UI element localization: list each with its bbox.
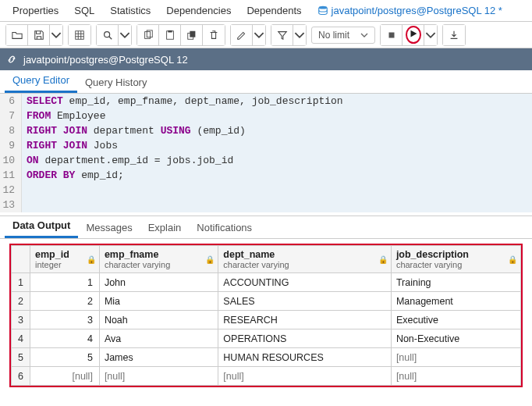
grid-icon [74, 30, 85, 41]
line-number: 10 [0, 153, 22, 168]
chevron-down-icon [294, 30, 305, 41]
save-button[interactable] [28, 25, 50, 45]
cell[interactable]: 3 [30, 311, 100, 329]
toolbar: No limit [0, 22, 532, 48]
tab-data-output[interactable]: Data Output [5, 215, 78, 238]
cell[interactable]: SALES [218, 292, 392, 311]
column-header[interactable]: emp_idinteger🔒 [30, 246, 100, 273]
row-number-header [12, 246, 30, 273]
search-button[interactable] [97, 25, 119, 45]
cell[interactable]: [null] [391, 367, 520, 386]
code-line[interactable]: FROM Employee [22, 109, 105, 123]
cell[interactable]: Management [391, 292, 520, 311]
column-header[interactable]: emp_fnamecharacter varying🔒 [99, 246, 218, 273]
row-number: 4 [12, 329, 30, 348]
chevron-down-icon [425, 30, 436, 41]
tab-dependencies[interactable]: Dependencies [158, 1, 239, 20]
row-number: 3 [12, 311, 30, 329]
search-dropdown[interactable] [119, 25, 131, 45]
result-grid-highlight: emp_idinteger🔒emp_fnamecharacter varying… [9, 244, 523, 387]
cell[interactable]: OPERATIONS [218, 329, 392, 348]
code-line[interactable]: ORDER BY emp_id; [22, 168, 124, 183]
cell[interactable]: Training [391, 273, 520, 292]
row-number: 1 [12, 273, 30, 292]
save-dropdown[interactable] [50, 25, 62, 45]
code-line[interactable] [22, 198, 27, 212]
code-line[interactable] [22, 183, 27, 198]
table-row[interactable]: 11JohnACCOUNTINGTraining [12, 273, 521, 292]
limit-select[interactable]: No limit [311, 27, 375, 44]
paste-button[interactable] [159, 25, 181, 45]
download-button[interactable] [443, 25, 465, 45]
tab-notifications[interactable]: Notifications [189, 217, 260, 238]
table-row[interactable]: 44AvaOPERATIONSNon-Executive [12, 329, 521, 348]
result-table[interactable]: emp_idinteger🔒emp_fnamecharacter varying… [11, 245, 521, 386]
cell[interactable]: ACCOUNTING [218, 273, 392, 292]
line-number: 9 [0, 138, 22, 153]
table-row[interactable]: 22MiaSALESManagement [12, 292, 521, 311]
cell[interactable]: Mia [99, 292, 218, 311]
sql-editor[interactable]: 6SELECT emp_id, emp_fname, dept_name, jo… [0, 94, 532, 212]
cell[interactable]: RESEARCH [218, 311, 392, 329]
stop-button[interactable] [381, 25, 403, 45]
cell[interactable]: [null] [30, 367, 100, 386]
cell[interactable]: John [99, 273, 218, 292]
limit-label: No limit [318, 30, 349, 41]
tab-query-history[interactable]: Query History [77, 72, 154, 93]
column-header[interactable]: job_descriptioncharacter varying🔒 [391, 246, 520, 273]
table-row[interactable]: 55JamesHUMAN RESOURCES[null] [12, 348, 521, 367]
cell[interactable]: Noah [99, 311, 218, 329]
tab-explain[interactable]: Explain [140, 217, 190, 238]
open-file-button[interactable] [6, 25, 28, 45]
cell[interactable]: [null] [99, 367, 218, 386]
edit-button[interactable] [231, 25, 253, 45]
download-icon [449, 30, 459, 41]
svg-point-0 [318, 5, 327, 9]
connection-bar: javatpoint/postgres@PostgreSQL 12 [0, 48, 532, 70]
cell[interactable]: Ava [99, 329, 218, 348]
grid-button[interactable] [69, 25, 90, 45]
code-line[interactable]: ON department.emp_id = jobs.job_id [22, 153, 233, 168]
cell[interactable]: [null] [391, 348, 520, 367]
filter-button[interactable] [271, 25, 293, 45]
cell[interactable]: 4 [30, 329, 100, 348]
cell[interactable]: Executive [391, 311, 520, 329]
chevron-down-icon [51, 30, 62, 41]
code-line[interactable]: RIGHT JOIN Jobs [22, 138, 118, 153]
editor-tabs: Query Editor Query History [0, 70, 532, 94]
column-header[interactable]: dept_namecharacter varying🔒 [218, 246, 392, 273]
cell[interactable]: 5 [30, 348, 100, 367]
cell[interactable]: 2 [30, 292, 100, 311]
execute-button[interactable] [403, 25, 424, 45]
line-number: 12 [0, 183, 22, 198]
copy-icon [143, 30, 154, 41]
line-number: 8 [0, 123, 22, 138]
filter-icon [277, 30, 288, 41]
code-line[interactable]: SELECT emp_id, emp_fname, dept_name, job… [22, 94, 343, 109]
tab-dependents[interactable]: Dependents [239, 1, 309, 20]
table-row[interactable]: 6[null][null][null][null] [12, 367, 521, 386]
tab-messages[interactable]: Messages [78, 217, 140, 238]
svg-rect-6 [168, 30, 172, 32]
tab-sql[interactable]: SQL [66, 1, 102, 20]
tab-statistics[interactable]: Statistics [102, 1, 158, 20]
cell[interactable]: HUMAN RESOURCES [218, 348, 392, 367]
cell[interactable]: James [99, 348, 218, 367]
tab-properties[interactable]: Properties [5, 1, 66, 20]
edit-dropdown[interactable] [253, 25, 265, 45]
tab-connection[interactable]: javatpoint/postgres@PostgreSQL 12 * [310, 1, 510, 20]
cell[interactable]: [null] [218, 367, 392, 386]
connection-label: javatpoint/postgres@PostgreSQL 12 [23, 54, 188, 66]
top-tabs: Properties SQL Statistics Dependencies D… [0, 0, 532, 22]
cell[interactable]: Non-Executive [391, 329, 520, 348]
tab-query-editor[interactable]: Query Editor [5, 69, 77, 93]
duplicate-button[interactable] [181, 25, 203, 45]
pencil-icon [236, 30, 247, 41]
cell[interactable]: 1 [30, 273, 100, 292]
table-row[interactable]: 33NoahRESEARCHExecutive [12, 311, 521, 329]
execute-dropdown[interactable] [424, 25, 437, 45]
filter-dropdown[interactable] [293, 25, 306, 45]
copy-button[interactable] [137, 25, 159, 45]
delete-button[interactable] [203, 25, 225, 45]
code-line[interactable]: RIGHT JOIN department USING (emp_id) [22, 123, 246, 138]
